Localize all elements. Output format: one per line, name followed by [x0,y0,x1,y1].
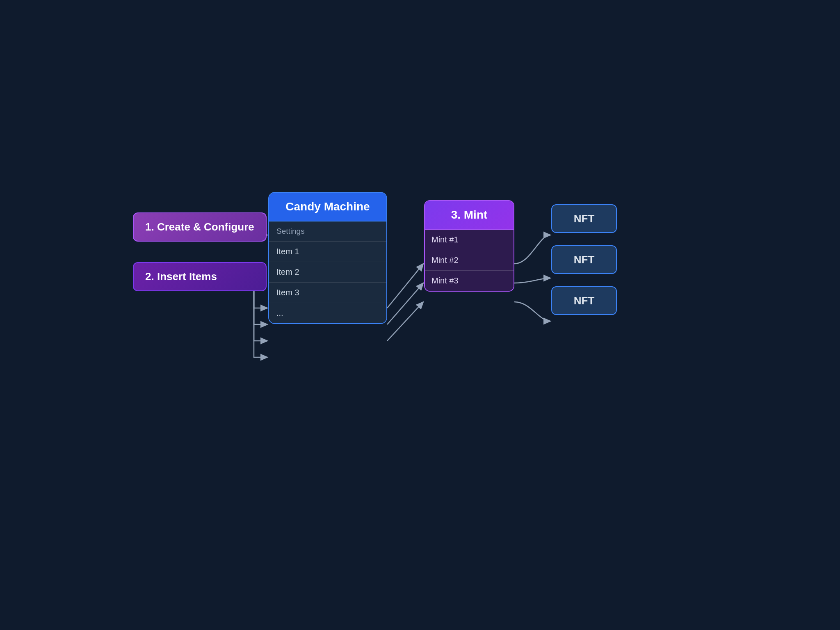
nft-box-3: NFT [551,286,617,315]
mint-title: 3. Mint [425,201,514,230]
candy-machine-row-item2: Item 2 [269,262,386,283]
candy-machine-row-settings: Settings [269,221,386,242]
mint-box: 3. Mint Mint #1 Mint #2 Mint #3 [424,200,514,292]
candy-machine-row-item3: Item 3 [269,283,386,303]
nft-box-2: NFT [551,245,617,274]
candy-machine-row-more: ... [269,303,386,323]
mint-row-1: Mint #1 [425,230,514,250]
nft-box-1: NFT [551,204,617,233]
create-configure-box: 1. Create & Configure [133,212,267,242]
insert-items-box: 2. Insert Items [133,262,267,291]
candy-machine-box: Candy Machine Settings Item 1 Item 2 Ite… [268,192,387,324]
step-boxes: 1. Create & Configure 2. Insert Items [133,212,267,291]
candy-machine-title: Candy Machine [269,193,386,221]
mint-row-2: Mint #2 [425,250,514,271]
diagram: 1. Create & Configure 2. Insert Items Ca… [133,192,707,438]
nft-column: NFT NFT NFT [551,204,617,315]
candy-machine-row-item1: Item 1 [269,242,386,262]
mint-row-3: Mint #3 [425,271,514,291]
